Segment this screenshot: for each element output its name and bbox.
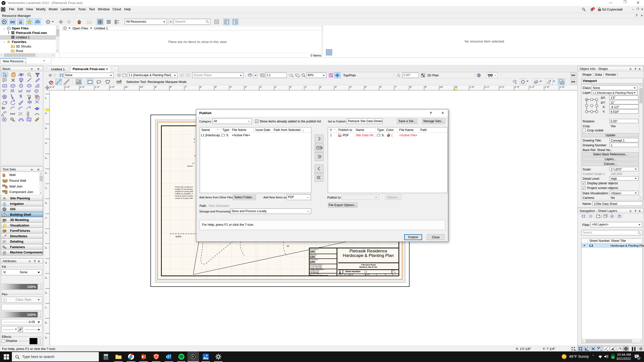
- svg-text:3": 3": [45, 157, 47, 159]
- svg-text:Buffer: Buffer: [176, 235, 182, 238]
- svg-text:5": 5": [365, 85, 367, 88]
- svg-text:V: V: [2, 8, 4, 11]
- svg-text:8": 8": [170, 85, 172, 88]
- svg-text:1": 1": [45, 217, 47, 219]
- svg-text:4": 4": [45, 262, 47, 264]
- svg-text:La: La: [192, 162, 194, 164]
- svg-text:R: R: [194, 138, 195, 140]
- svg-text:9": 9": [45, 336, 47, 339]
- svg-text:6": 6": [200, 85, 202, 88]
- svg-text:5": 5": [45, 277, 47, 279]
- svg-text:1'-6": 1'-6": [560, 85, 565, 88]
- svg-text:could be used to surfac: could be used to surfac: [175, 195, 193, 197]
- svg-text:E: E: [194, 155, 195, 157]
- svg-text:1'-1": 1'-1": [95, 85, 100, 88]
- svg-text:PDF: PDF: [338, 135, 341, 137]
- svg-text:1'-5": 1'-5": [545, 85, 549, 88]
- svg-text:1": 1": [305, 85, 307, 88]
- svg-text:3": 3": [335, 85, 337, 88]
- svg-text:1'-0": 1'-0": [110, 85, 115, 88]
- svg-text:10": 10": [440, 85, 443, 88]
- svg-text:2: 2: [638, 357, 639, 359]
- svg-text:10": 10": [140, 85, 143, 88]
- svg-text:5": 5": [45, 127, 47, 129]
- svg-text:9": 9": [425, 85, 427, 88]
- svg-text:0": 0": [290, 85, 292, 88]
- svg-text:0": 0": [45, 202, 47, 204]
- svg-text:6": 6": [380, 85, 382, 88]
- svg-text:budget for hard paving.: budget for hard paving.: [175, 188, 193, 190]
- svg-text:8": 8": [45, 322, 47, 324]
- svg-text:6": 6": [45, 292, 47, 294]
- svg-text:2": 2": [320, 85, 322, 88]
- svg-text:5": 5": [215, 85, 217, 88]
- svg-text:1": 1": [275, 85, 277, 88]
- svg-text:4": 4": [45, 142, 47, 144]
- svg-text:V: V: [3, 2, 5, 5]
- svg-text:1": 1": [45, 187, 47, 189]
- svg-text:2": 2": [45, 172, 47, 174]
- svg-text:3": 3": [45, 247, 47, 249]
- svg-text:4": 4": [230, 85, 232, 88]
- svg-text:1'-2": 1'-2": [80, 85, 85, 88]
- svg-text:1'-3": 1'-3": [515, 85, 519, 88]
- svg-text:2": 2": [260, 85, 262, 88]
- svg-text:7": 7": [395, 85, 397, 88]
- svg-text:7": 7": [45, 306, 47, 309]
- svg-text:6": 6": [45, 112, 47, 114]
- svg-text:8": 8": [410, 85, 412, 88]
- svg-text:1'-4": 1'-4": [50, 85, 55, 88]
- svg-text:diamet: diamet: [187, 165, 193, 167]
- svg-text:1'-4": 1'-4": [530, 85, 535, 88]
- svg-text:F: F: [194, 141, 195, 143]
- svg-text:cobbles as available. If: cobbles as available. If: [175, 193, 193, 195]
- svg-text:25': 25': [287, 245, 290, 247]
- svg-text:Firepit may not get as n: Firepit may not get as n: [175, 186, 193, 188]
- svg-text:3": 3": [245, 85, 247, 88]
- svg-text:1'-3": 1'-3": [65, 85, 70, 88]
- svg-text:1'-0": 1'-0": [470, 85, 474, 88]
- svg-text:9": 9": [155, 85, 157, 88]
- svg-text:1'-2": 1'-2": [500, 85, 505, 88]
- svg-text:2": 2": [45, 232, 47, 234]
- svg-text:11": 11": [455, 85, 458, 88]
- svg-text:11": 11": [125, 85, 128, 88]
- svg-text:prepped for paving with: prepped for paving with: [175, 191, 193, 193]
- svg-text:consist of in place nativ: consist of in place nativ: [175, 197, 193, 199]
- svg-text:1'-1": 1'-1": [485, 85, 490, 88]
- svg-text:7": 7": [185, 85, 187, 88]
- svg-text:7": 7": [45, 97, 47, 99]
- svg-text:4": 4": [350, 85, 352, 88]
- svg-text:3: 3: [593, 8, 594, 10]
